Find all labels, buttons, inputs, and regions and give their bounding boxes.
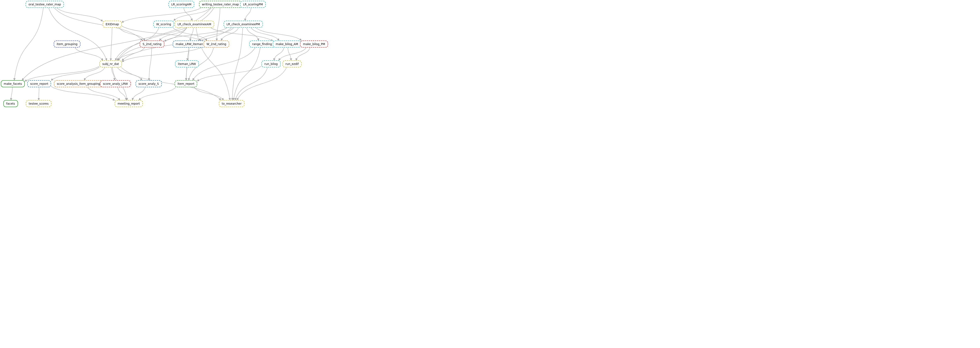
edge-item_report-to-meeting_report	[139, 87, 176, 100]
node-score_analysis_item_grouping[interactable]: score_analysis_item_grouping	[54, 80, 103, 87]
edge-LR_check_examineePM-to-W_2nd_rating	[221, 28, 239, 40]
edge-LR_scoringAM-to-LR_check_examineeAM	[184, 8, 192, 21]
edge-subj_nr_dat-to-score_analy_LRW	[111, 67, 115, 80]
node-run_bilog[interactable]: run_bilog	[261, 61, 281, 67]
edge-LR_check_examineeAM-to-to_researcher	[196, 28, 230, 100]
node-item_report[interactable]: item_report	[175, 80, 197, 87]
node-testee_scores[interactable]: testee_scores	[26, 100, 51, 107]
edge-range_finding-to-item_report	[192, 48, 255, 80]
edge-run_bilog-to-item_report	[197, 66, 261, 81]
edge-LR_check_examineePM-to-to_researcher	[232, 28, 243, 100]
node-make_facets[interactable]: make_facets	[1, 80, 25, 87]
edge-EXIDmap-to-W_2nd_rating	[122, 26, 204, 42]
node-W_2nd_rating[interactable]: W_2nd_rating	[204, 40, 229, 48]
edge-subj_nr_dat-to-score_analysis_item_grouping	[84, 67, 105, 80]
edge-iteman_LRW-to-item_report	[186, 67, 187, 80]
edge-oral_testee_rater_map-to-S_2nd_rating	[54, 8, 142, 40]
node-oral_testee_rater_map[interactable]: oral_testee_rater_map	[25, 1, 64, 8]
node-range_finding[interactable]: range_finding	[249, 40, 275, 48]
edge-subj_nr_dat-to-make_facets	[25, 66, 99, 81]
edge-LR_check_examineePM-to-make_bilog_AM	[251, 28, 279, 40]
edges-layer	[0, 0, 327, 116]
edge-subj_nr_dat-to-score_report	[51, 67, 99, 80]
node-to_researcher[interactable]: to_researcher	[219, 100, 245, 107]
edge-item_report-to-to_researcher	[194, 87, 224, 100]
node-LR_check_examineePM[interactable]: LR_check_examineePM	[224, 21, 263, 28]
node-EXIDmap[interactable]: EXIDmap	[103, 21, 122, 28]
node-meeting_report[interactable]: meeting_report	[115, 100, 143, 107]
edge-oral_testee_rater_map-to-make_facets	[14, 8, 43, 80]
node-make_LRW_iteman[interactable]: make_LRW_iteman	[173, 40, 206, 48]
edge-subj_nr_dat-to-score_analy_S	[118, 67, 142, 80]
edge-LR_check_examineeAM-to-make_LRW_iteman	[190, 28, 193, 40]
diagram-canvas: oral_testee_rater_mapLR_scoringAMwriting…	[0, 0, 327, 116]
node-score_analy_S[interactable]: score_analy_S	[135, 80, 162, 87]
edge-writing_testee_rater_map-to-EXIDmap	[122, 8, 201, 22]
edge-item_grouping-to-subj_nr_dat	[75, 48, 103, 61]
node-writing_testee_rater_map[interactable]: writing_testee_rater_map	[199, 1, 242, 8]
node-subj_nr_dat[interactable]: subj_nr_dat	[99, 61, 122, 67]
edge-LR_check_examineePM-to-make_LRW_iteman	[199, 28, 234, 40]
node-score_analy_LRW[interactable]: score_analy_LRW	[100, 80, 131, 87]
edge-LR_check_examineeAM-to-S_2nd_rating	[159, 28, 187, 40]
edge-oral_testee_rater_map-to-subj_nr_dat	[49, 8, 107, 61]
edge-score_report-to-meeting_report	[51, 86, 115, 101]
edge-score_analy_LRW-to-meeting_report	[118, 87, 126, 100]
edge-make_bilog_AM-to-run_ezdif	[288, 48, 291, 61]
edge-LR_scoringPM-to-LR_check_examineePM	[245, 8, 251, 21]
edge-writing_testee_rater_map-to-W_scoring	[174, 8, 210, 21]
node-score_report[interactable]: score_report	[27, 80, 51, 87]
edge-make_LRW_iteman-to-iteman_LRW	[188, 48, 189, 61]
edge-EXIDmap-to-subj_nr_dat	[111, 28, 112, 61]
node-make_bilog_PM[interactable]: make_bilog_PM	[300, 40, 328, 48]
edge-run_ezdif-to-to_researcher	[237, 67, 286, 100]
edge-score_report-to-testee_scores	[39, 87, 39, 100]
edge-writing_testee_rater_map-to-subj_nr_dat	[117, 8, 214, 61]
edge-LR_check_examineePM-to-range_finding	[247, 28, 259, 40]
node-LR_check_examineeAM[interactable]: LR_check_examineeAM	[175, 21, 214, 28]
node-W_scoring[interactable]: W_scoring	[153, 21, 174, 28]
edge-score_analysis_item_grouping-to-meeting_report	[88, 87, 120, 100]
edge-W_scoring-to-W_2nd_rating	[173, 28, 207, 40]
edge-writing_testee_rater_map-to-W_2nd_rating	[217, 8, 220, 40]
edge-LR_check_examineePM-to-S_2nd_rating	[164, 28, 227, 42]
edge-W_2nd_rating-to-subj_nr_dat	[122, 46, 204, 62]
edge-range_finding-to-to_researcher	[234, 48, 260, 100]
edge-make_bilog_AM-to-run_bilog	[274, 48, 284, 61]
node-S_2nd_rating[interactable]: S_2nd_rating	[140, 40, 164, 48]
edge-LR_check_examineePM-to-make_bilog_PM	[256, 28, 302, 40]
node-LR_scoringPM[interactable]: LR_scoringPM	[240, 1, 266, 8]
node-iteman_LRW[interactable]: iteman_LRW	[175, 61, 199, 67]
node-make_bilog_AM[interactable]: make_bilog_AM	[273, 40, 301, 48]
node-run_ezdif[interactable]: run_ezdif	[283, 61, 302, 67]
edge-score_analy_S-to-meeting_report	[132, 87, 145, 100]
edge-run_bilog-to-to_researcher	[235, 67, 267, 100]
edge-make_bilog_PM-to-run_bilog	[278, 48, 306, 61]
edge-S_2nd_rating-to-score_analy_S	[149, 48, 152, 80]
edge-LR_check_examineeAM-to-make_bilog_AM	[211, 28, 273, 41]
edge-S_2nd_rating-to-subj_nr_dat	[118, 48, 145, 61]
node-item_grouping[interactable]: item_grouping	[54, 40, 80, 48]
node-LR_scoringAM[interactable]: LR_scoringAM	[169, 1, 194, 8]
edge-oral_testee_rater_map-to-EXIDmap	[57, 8, 103, 21]
edge-make_facets-to-facets	[11, 87, 13, 100]
edge-EXIDmap-to-S_2nd_rating	[119, 28, 145, 40]
edge-make_bilog_PM-to-run_ezdif	[296, 48, 310, 61]
node-facets[interactable]: facets	[3, 100, 18, 107]
